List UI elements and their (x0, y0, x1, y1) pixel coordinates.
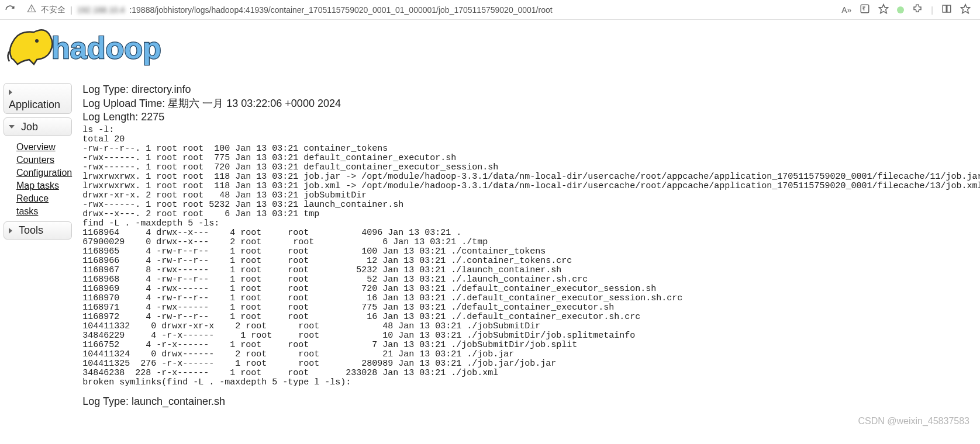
url-host-blurred: 192.168.10.4 (77, 5, 125, 15)
svg-rect-1 (31, 11, 32, 11)
sidebar-item-counters[interactable]: Counters (16, 154, 72, 166)
svg-rect-4 (943, 5, 946, 12)
sidebar-tools-label: Tools (19, 224, 43, 237)
split-screen-icon[interactable] (941, 4, 952, 16)
sidebar-item-reduce-tasks[interactable]: Reduce tasks (16, 192, 72, 218)
svg-marker-6 (961, 5, 970, 13)
left-sidebar: Application Job Overview Counters Config… (4, 83, 72, 243)
sidebar-section-tools[interactable]: Tools (4, 221, 72, 240)
status-dot-icon[interactable] (897, 6, 904, 13)
sidebar-item-overview[interactable]: Overview (16, 141, 72, 154)
hadoop-logo: hadoop (0, 20, 980, 72)
chevron-down-icon (9, 125, 15, 129)
svg-marker-3 (879, 5, 888, 13)
browser-right-icons: A» | (841, 4, 976, 16)
svg-rect-2 (861, 5, 869, 13)
sidebar-job-label: Job (21, 121, 38, 133)
log-upload-time-line: Log Upload Time: 星期六 一月 13 03:22:06 +000… (82, 96, 980, 110)
svg-point-7 (35, 39, 39, 43)
insecure-warning-icon (27, 4, 36, 15)
sidebar-section-job[interactable]: Job (4, 117, 72, 136)
sidebar-item-map-tasks[interactable]: Map tasks (16, 179, 72, 192)
reload-button[interactable] (4, 4, 16, 16)
sidebar-item-configuration[interactable]: Configuration (16, 166, 72, 179)
extension-icon[interactable] (912, 4, 923, 16)
insecure-label: 不安全 (41, 5, 65, 15)
read-aloud-icon[interactable]: A» (841, 5, 851, 15)
log-length-line: Log Length: 2275 (82, 111, 980, 123)
translate-icon[interactable] (860, 4, 870, 16)
chevron-right-icon (9, 89, 12, 95)
svg-rect-0 (31, 8, 32, 9)
browser-top-bar: 不安全 | 192.168.10.4:19888/jobhistory/logs… (0, 0, 980, 20)
vertical-separator: | (931, 5, 933, 15)
separator: | (70, 5, 73, 15)
main-content: Log Type: directory.info Log Upload Time… (72, 72, 980, 426)
url-path: :19888/jobhistory/logs/hadoop4:41939/con… (129, 5, 552, 15)
log-body-directory-info: ls -l: total 20 -rw-r--r--. 1 root root … (82, 126, 980, 387)
address-bar[interactable]: 不安全 | 192.168.10.4:19888/jobhistory/logs… (22, 4, 836, 15)
log-type-line: Log Type: directory.info (82, 84, 980, 96)
favorite-outline-icon[interactable] (960, 4, 971, 16)
svg-rect-5 (947, 5, 951, 12)
favorite-icon[interactable] (878, 4, 889, 16)
sidebar-section-application[interactable]: Application (4, 83, 72, 114)
log-type-line-2: Log Type: launch_container.sh (82, 396, 980, 408)
sidebar-job-items: Overview Counters Configuration Map task… (4, 140, 72, 221)
sidebar-application-label: Application (9, 99, 60, 111)
chevron-right-icon (9, 228, 12, 234)
svg-text:hadoop: hadoop (51, 31, 161, 65)
